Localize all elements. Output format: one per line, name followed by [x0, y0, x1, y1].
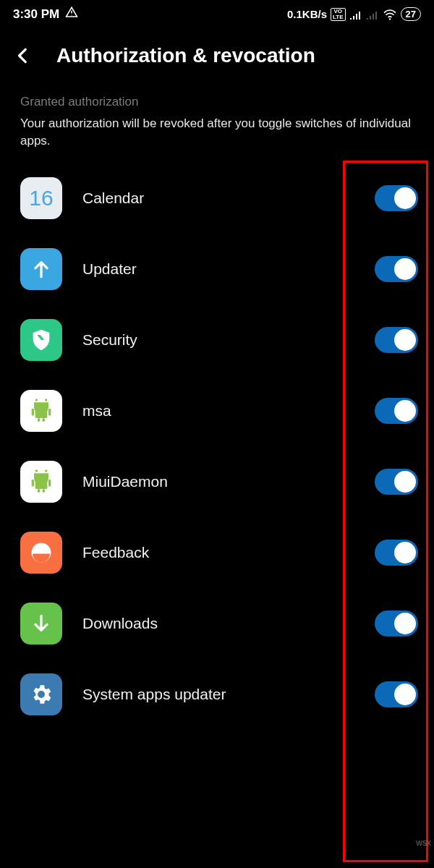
toggle-miuidaemon[interactable] — [375, 469, 418, 495]
app-list: 16 Calendar Updater Security msa MiuiDae… — [0, 156, 434, 730]
header: Authorization & revocation — [0, 25, 434, 82]
battery-icon: 27 — [401, 7, 421, 21]
page-title: Authorization & revocation — [56, 44, 315, 67]
app-label: Calendar — [82, 190, 354, 207]
status-speed: 0.1KB/s — [287, 8, 327, 20]
watermark: wsx — [416, 838, 431, 848]
app-row-miuidaemon: MiuiDaemon — [0, 446, 434, 517]
svg-rect-7 — [43, 418, 45, 422]
updater-icon — [20, 248, 62, 290]
status-time: 3:30 PM — [13, 7, 59, 22]
svg-rect-6 — [38, 418, 40, 422]
msa-icon — [20, 390, 62, 432]
calendar-icon: 16 — [20, 177, 62, 219]
app-label: Downloads — [82, 615, 354, 632]
security-icon — [20, 319, 62, 361]
svg-rect-13 — [38, 489, 40, 493]
volte-icon: VOLTE — [331, 8, 346, 21]
toggle-updater[interactable] — [375, 256, 418, 282]
svg-rect-5 — [48, 408, 51, 415]
warning-icon — [65, 6, 78, 22]
app-label: msa — [82, 402, 354, 420]
svg-point-1 — [35, 399, 38, 401]
app-label: MiuiDaemon — [82, 473, 354, 490]
app-row-feedback: Feedback — [0, 517, 434, 588]
section-description: Your authorization will be revoked after… — [0, 112, 434, 156]
system-apps-updater-icon — [20, 673, 62, 715]
toggle-msa[interactable] — [375, 398, 418, 424]
downloads-icon — [20, 603, 62, 644]
app-row-updater: Updater — [0, 234, 434, 305]
signal-icon — [349, 9, 362, 20]
toggle-downloads[interactable] — [375, 610, 418, 637]
toggle-system-apps-updater[interactable] — [375, 681, 418, 707]
app-label: Updater — [82, 260, 354, 278]
app-row-system-apps-updater: System apps updater — [0, 659, 434, 730]
toggle-feedback[interactable] — [375, 540, 418, 566]
app-label: Security — [82, 331, 354, 349]
signal-icon-2 — [366, 9, 379, 20]
section-heading: Granted authorization — [0, 82, 434, 112]
svg-rect-12 — [48, 479, 51, 486]
app-label: System apps updater — [82, 686, 354, 703]
app-label: Feedback — [82, 544, 354, 561]
svg-rect-10 — [35, 479, 48, 488]
miuidaemon-icon — [20, 461, 62, 503]
wifi-icon — [383, 9, 397, 20]
svg-point-8 — [35, 469, 38, 472]
app-row-downloads: Downloads — [0, 588, 434, 659]
svg-rect-4 — [32, 408, 34, 415]
svg-point-9 — [45, 469, 47, 472]
app-row-msa: msa — [0, 375, 434, 446]
svg-rect-11 — [32, 479, 34, 486]
svg-rect-14 — [43, 489, 45, 493]
app-row-calendar: 16 Calendar — [0, 163, 434, 234]
toggle-calendar[interactable] — [375, 185, 418, 211]
back-button[interactable] — [12, 44, 35, 67]
toggle-security[interactable] — [375, 327, 418, 353]
status-bar: 3:30 PM 0.1KB/s VOLTE 27 — [0, 0, 434, 25]
feedback-icon — [20, 532, 62, 574]
svg-point-0 — [388, 18, 390, 20]
app-row-security: Security — [0, 305, 434, 375]
svg-point-2 — [45, 399, 47, 401]
svg-rect-3 — [35, 408, 48, 417]
